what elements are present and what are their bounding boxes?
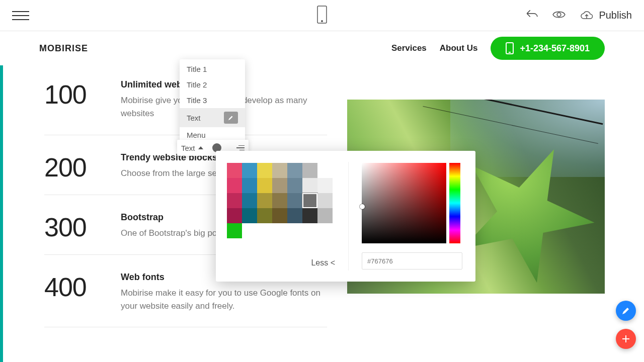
nav-services[interactable]: Services <box>391 43 427 53</box>
color-picker-panel: Less < <box>216 151 475 282</box>
color-swatch[interactable] <box>227 193 242 208</box>
svg-point-1 <box>321 20 323 22</box>
publish-button[interactable]: Publish <box>580 10 632 22</box>
undo-icon[interactable] <box>525 8 538 23</box>
color-swatch[interactable] <box>242 208 257 223</box>
hex-input[interactable] <box>362 252 462 269</box>
svg-point-2 <box>557 13 561 17</box>
color-swatch[interactable] <box>287 193 302 208</box>
hue-slider[interactable] <box>449 163 460 243</box>
nav-about[interactable]: About Us <box>440 43 478 53</box>
saturation-value-box[interactable] <box>362 163 446 243</box>
color-swatch[interactable] <box>287 163 302 178</box>
color-swatch[interactable] <box>257 178 272 193</box>
color-swatch[interactable] <box>272 193 287 208</box>
color-swatch[interactable] <box>302 208 317 223</box>
color-swatch[interactable] <box>227 223 242 238</box>
color-swatch[interactable] <box>317 178 333 193</box>
color-swatch[interactable] <box>287 208 302 223</box>
color-swatch[interactable] <box>257 193 272 208</box>
brush-icon[interactable] <box>224 112 238 124</box>
feature-number: 400 <box>44 267 121 300</box>
caret-up-icon[interactable] <box>198 146 203 149</box>
feature-number: 200 <box>44 147 121 180</box>
dropdown-item-text[interactable]: Text <box>180 108 245 127</box>
align-icon[interactable] <box>236 145 245 151</box>
color-swatch[interactable] <box>272 178 287 193</box>
add-block-fab[interactable] <box>616 329 636 349</box>
color-swatch[interactable] <box>272 208 287 223</box>
publish-label: Publish <box>599 10 632 21</box>
color-swatch[interactable] <box>317 193 333 208</box>
site-header: MOBIRISE Services About Us +1-234-567-89… <box>0 31 644 65</box>
edit-fab[interactable] <box>616 301 636 321</box>
feature-desc[interactable]: Mobirise make it easy for you to use Goo… <box>121 287 327 313</box>
sv-cursor[interactable] <box>360 204 365 209</box>
edge-highlight-left <box>0 65 3 362</box>
mobile-preview-icon[interactable] <box>317 6 327 26</box>
app-toolbar: Publish <box>0 0 644 31</box>
color-swatch[interactable] <box>242 163 257 178</box>
color-swatch[interactable] <box>257 208 272 223</box>
less-toggle[interactable]: Less < <box>311 258 335 267</box>
color-swatch[interactable] <box>302 163 317 178</box>
color-swatch[interactable] <box>227 178 242 193</box>
color-swatch[interactable] <box>302 193 317 208</box>
color-swatch[interactable] <box>302 178 317 193</box>
dropdown-item-title2[interactable]: Title 2 <box>180 77 245 93</box>
color-swatch[interactable] <box>257 163 272 178</box>
phone-number: +1-234-567-8901 <box>520 43 590 54</box>
color-swatch[interactable] <box>242 178 257 193</box>
feature-number: 300 <box>44 207 121 240</box>
color-swatch[interactable] <box>287 178 302 193</box>
style-dropdown: Title 1 Title 2 Title 3 Text Menu <box>180 59 245 145</box>
dropdown-item-title3[interactable]: Title 3 <box>180 93 245 108</box>
phone-button[interactable]: +1-234-567-8901 <box>491 37 605 60</box>
dropdown-item-title1[interactable]: Title 1 <box>180 61 245 77</box>
site-logo[interactable]: MOBIRISE <box>39 43 88 54</box>
text-bar-label[interactable]: Text <box>181 144 195 152</box>
preview-icon[interactable] <box>552 8 566 23</box>
color-swatch[interactable] <box>317 208 333 223</box>
color-swatch[interactable] <box>227 208 242 223</box>
color-swatch[interactable] <box>317 163 333 178</box>
swatch-grid <box>227 163 333 238</box>
color-swatch[interactable] <box>227 163 242 178</box>
color-swatch[interactable] <box>242 193 257 208</box>
feature-number: 100 <box>44 74 121 108</box>
menu-icon[interactable] <box>12 11 29 20</box>
color-swatch[interactable] <box>272 163 287 178</box>
